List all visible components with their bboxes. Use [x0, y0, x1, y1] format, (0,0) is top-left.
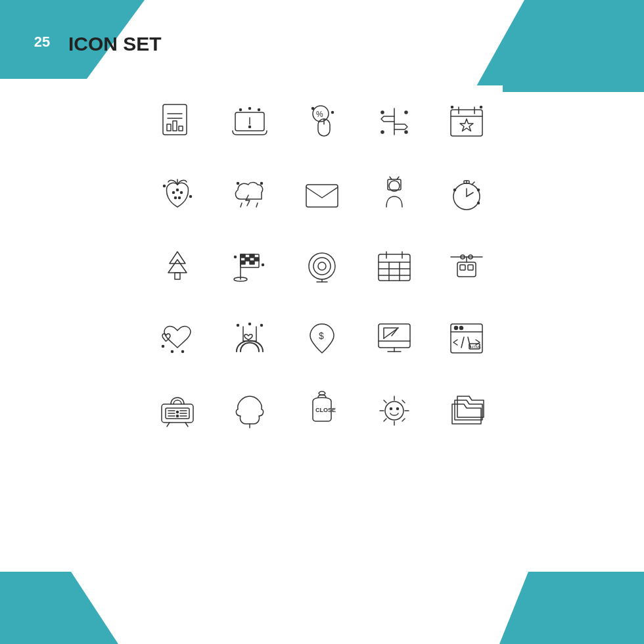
corner-decoration-br — [499, 572, 644, 644]
svg-rect-85 — [460, 265, 465, 270]
svg-line-121 — [185, 423, 188, 426]
svg-point-97 — [261, 325, 263, 327]
svg-point-35 — [164, 185, 166, 187]
icon-love-swing — [214, 302, 286, 375]
icon-pine-tree — [141, 230, 214, 302]
svg-point-39 — [237, 183, 239, 185]
icon-strawberry — [141, 158, 214, 230]
svg-text:CLOSE: CLOSE — [315, 407, 336, 413]
icon-sun-smile — [358, 375, 430, 447]
svg-line-51 — [472, 182, 474, 185]
icon-rain-cloud — [214, 158, 286, 230]
svg-rect-64 — [241, 261, 245, 264]
icon-mail-envelope — [286, 158, 358, 230]
svg-point-19 — [381, 111, 384, 114]
icon-close-sign: CLOSE — [286, 375, 358, 447]
svg-line-131 — [402, 419, 405, 421]
svg-rect-86 — [468, 265, 473, 270]
corner-decoration-bl — [0, 572, 118, 644]
svg-point-16 — [312, 108, 314, 110]
svg-text:HTML: HTML — [471, 345, 482, 349]
svg-point-10 — [249, 108, 251, 110]
svg-text:$: $ — [319, 331, 324, 341]
svg-rect-5 — [179, 126, 183, 131]
svg-point-34 — [179, 197, 181, 199]
corner-decoration-tr — [473, 0, 644, 92]
svg-point-9 — [240, 109, 242, 111]
svg-point-53 — [478, 189, 480, 191]
svg-point-17 — [332, 112, 334, 114]
svg-point-30 — [173, 192, 175, 194]
svg-point-67 — [235, 256, 237, 258]
svg-point-90 — [172, 351, 173, 353]
svg-point-89 — [162, 346, 164, 348]
svg-point-70 — [313, 258, 331, 275]
svg-point-22 — [405, 131, 407, 133]
svg-point-106 — [455, 327, 458, 330]
svg-point-40 — [261, 183, 263, 185]
svg-point-29 — [480, 106, 482, 108]
svg-line-38 — [256, 203, 258, 207]
svg-marker-55 — [170, 252, 185, 264]
icon-goal-flag — [214, 230, 286, 302]
svg-rect-60 — [241, 254, 245, 258]
icon-target — [286, 230, 358, 302]
svg-point-68 — [262, 264, 264, 266]
svg-text:%: % — [316, 110, 323, 119]
icon-design-monitor — [358, 302, 430, 375]
icon-signpost — [358, 85, 430, 158]
svg-rect-63 — [254, 258, 259, 261]
svg-point-8 — [249, 126, 251, 128]
icon-sale-mouse: % — [286, 85, 358, 158]
svg-line-48 — [467, 193, 473, 196]
icon-cable-car — [430, 230, 503, 302]
svg-rect-23 — [451, 110, 482, 136]
svg-point-95 — [237, 325, 239, 327]
icon-person-tv — [358, 158, 430, 230]
svg-point-133 — [390, 408, 392, 410]
icon-laptop-alert — [214, 85, 286, 158]
svg-point-11 — [258, 109, 260, 111]
svg-point-31 — [177, 189, 179, 191]
icon-count-badge: 25 — [24, 24, 60, 60]
icon-html-code: HTML — [430, 302, 503, 375]
svg-point-113 — [177, 415, 179, 417]
svg-point-69 — [309, 253, 335, 279]
svg-point-134 — [397, 408, 399, 410]
svg-rect-62 — [245, 258, 250, 261]
svg-line-128 — [384, 400, 386, 403]
svg-marker-27 — [460, 119, 473, 131]
page-title: ICON SET — [68, 33, 162, 55]
svg-rect-65 — [250, 261, 254, 264]
svg-point-96 — [249, 323, 251, 325]
svg-rect-61 — [250, 254, 254, 258]
svg-point-36 — [190, 196, 192, 198]
svg-line-37 — [241, 203, 242, 207]
icon-stopwatch — [430, 158, 503, 230]
icon-report-document — [141, 85, 214, 158]
svg-point-91 — [182, 351, 184, 353]
svg-rect-74 — [379, 254, 410, 281]
icon-folder-stack — [430, 375, 503, 447]
icon-tree — [214, 375, 286, 447]
svg-point-52 — [454, 189, 456, 191]
svg-rect-4 — [173, 121, 177, 131]
svg-rect-57 — [175, 273, 180, 279]
svg-point-112 — [177, 411, 179, 413]
icon-digital-clock — [141, 375, 214, 447]
svg-point-54 — [478, 202, 480, 204]
svg-point-33 — [175, 197, 177, 199]
svg-point-107 — [460, 327, 463, 330]
svg-point-21 — [381, 131, 384, 133]
svg-rect-3 — [167, 124, 171, 131]
icon-location-dollar: $ — [286, 302, 358, 375]
svg-line-129 — [402, 400, 405, 403]
icon-calendar-schedule — [358, 230, 430, 302]
svg-rect-41 — [306, 185, 338, 207]
svg-point-71 — [318, 262, 326, 270]
icon-grid: % — [141, 85, 503, 447]
svg-point-32 — [181, 192, 183, 194]
svg-point-20 — [405, 111, 407, 114]
icon-hearts — [141, 302, 214, 375]
svg-line-130 — [384, 419, 386, 421]
